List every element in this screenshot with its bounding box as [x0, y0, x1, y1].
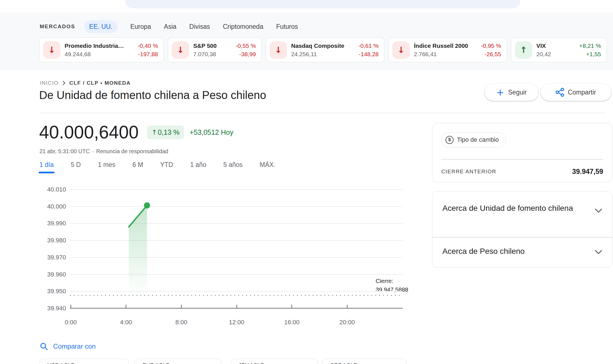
about-card: Acerca de Unidad de fomento chilena Acer… [432, 191, 612, 268]
chart-last-point [144, 202, 150, 209]
compare-card-jpy-clp[interactable]: JPY / CLP [231, 359, 318, 364]
compare-with-button[interactable]: Comparar con [40, 342, 96, 351]
about-clf-row[interactable]: Acerca de Unidad de fomento chilena [442, 202, 581, 214]
chart-gridline [70, 223, 403, 224]
prev-close-annotation-title: Cierre: [376, 276, 408, 285]
chart-gridline [70, 274, 403, 275]
x-axis-label: 4:00 [114, 319, 139, 326]
y-axis-label: 39.970 [33, 254, 66, 261]
y-axis-label: 39.990 [33, 219, 66, 227]
prev-close-dotted-line [70, 295, 403, 296]
previous-close-label: CIERRE ANTERIOR [441, 169, 496, 175]
google-finance-page: MERCADOS EE. UU. Europa Asia Divisas Cri… [0, 0, 613, 364]
search-icon [40, 342, 48, 351]
prev-close-annotation-value: 39.947,5888 [376, 285, 408, 294]
chart-gridline [70, 240, 403, 241]
compare-card-usd-clp[interactable]: USD / CLP [39, 359, 129, 364]
x-axis-tick [126, 305, 126, 308]
x-axis-tick [181, 305, 182, 308]
chart-gridline [70, 257, 403, 258]
chevron-down-icon[interactable] [594, 250, 603, 255]
card-divider [441, 159, 603, 160]
x-axis-label: 20:00 [334, 319, 360, 326]
compare-with-label: Comparar con [53, 342, 96, 350]
exchange-rate-chip-label: Tipo de cambio [457, 136, 499, 143]
previous-close-value: 39.947,59 [572, 167, 603, 176]
y-axis-label: 40.010 [33, 186, 66, 193]
dollar-glyph: $ [448, 137, 451, 143]
x-axis-tick [236, 305, 237, 308]
y-axis-label: 39.960 [33, 271, 66, 278]
chart-gridline [70, 206, 403, 207]
y-axis-label: 39.940 [33, 304, 66, 312]
compare-card-gbp-clp[interactable]: GBP / CLP [322, 359, 407, 364]
x-axis-tick [291, 305, 292, 308]
x-axis-line [70, 308, 403, 309]
y-axis-label: 39.980 [33, 237, 66, 244]
dollar-icon: $ [445, 136, 454, 144]
y-axis-label: 39.950 [33, 287, 66, 295]
chart-gridline [70, 189, 403, 190]
y-axis-label: 40.000 [33, 203, 66, 211]
x-axis-tick [70, 305, 71, 308]
chevron-down-icon[interactable] [594, 208, 603, 213]
x-axis-label: 12:00 [224, 319, 249, 326]
exchange-rate-chip[interactable]: $ Tipo de cambio [441, 132, 506, 147]
x-axis-label: 8:00 [169, 319, 194, 326]
previous-close-row: CIERRE ANTERIOR 39.947,59 [441, 167, 603, 176]
chart-area-fill [129, 205, 147, 296]
compare-card-eur-clp[interactable]: EUR / CLP [135, 359, 221, 364]
card-divider [432, 237, 612, 238]
x-axis-tick [347, 305, 348, 308]
chart-gridline [70, 291, 403, 292]
x-axis-label: 16:00 [279, 319, 305, 326]
about-clp-row[interactable]: Acerca de Peso chileno [442, 247, 525, 256]
exchange-rate-card: $ Tipo de cambio CIERRE ANTERIOR 39.947,… [432, 123, 612, 182]
x-axis-label: 0:00 [58, 319, 83, 326]
